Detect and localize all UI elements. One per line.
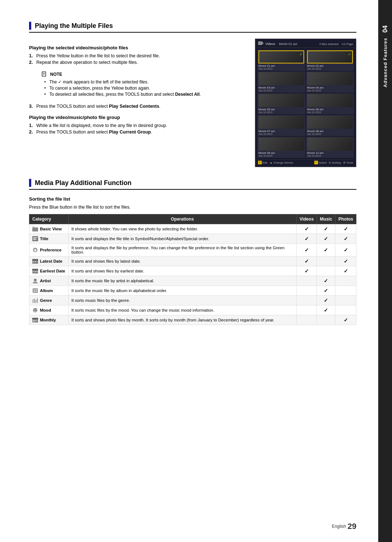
cat-cell-preference: Preference	[29, 244, 69, 256]
svg-rect-30	[34, 299, 35, 303]
page-footer: English 29	[332, 522, 356, 531]
earliestdate-icon	[32, 268, 38, 274]
table-row: Mood It sorts music files by the mood. Y…	[29, 305, 356, 315]
ops-basicview: It shows whole folder. You can view the …	[68, 224, 296, 234]
playing-section: Playing the Multiple Files Playing the s…	[29, 22, 356, 167]
page-container: Playing the Multiple Files Playing the s…	[0, 0, 392, 542]
photos-album	[335, 286, 356, 296]
ops-mood: It sorts music files by the mood. You ca…	[68, 305, 296, 315]
svg-rect-12	[34, 259, 34, 260]
ops-earliestdate: It sorts and shows files by earliest dat…	[68, 266, 296, 276]
cat-monthly-label: Monthly	[40, 318, 56, 322]
table-row: Artist It sorts the music file by artist…	[29, 276, 356, 286]
tv-screenshot: Videos Movie 01.avi 2 files selected 1/1…	[255, 38, 356, 167]
cat-cell-earliestdate: Earliest Date	[29, 266, 69, 276]
svg-rect-42	[35, 320, 36, 321]
tv-footer-edit: E Edit ▲ Change Device	[258, 161, 293, 164]
svg-rect-22	[36, 271, 37, 272]
svg-rect-14	[33, 261, 34, 262]
playing-layout: Playing the selected video/music/photo f…	[29, 38, 356, 167]
tv-date-5: Jan.10.2010	[258, 111, 304, 114]
tv-item-5: Movie 05.avi Jan.10.2010	[257, 93, 305, 114]
side-tab: 04 Advanced Features	[378, 0, 392, 542]
videos-preference: ✓	[297, 244, 317, 256]
svg-rect-17	[32, 269, 38, 270]
edit-btn-label: Edit	[262, 161, 268, 164]
check-2: ✓	[348, 52, 351, 56]
media-heading-bar	[29, 179, 31, 187]
cat-cell-genre: Genre	[29, 296, 69, 305]
tv-name-9: Movie 09.avi	[258, 151, 304, 155]
check-1: ✓	[299, 52, 302, 56]
mood-icon	[32, 308, 38, 313]
cat-cell-mood: Mood	[29, 305, 69, 315]
tv-name-3: Movie 03.avi	[258, 86, 304, 89]
note-label-text: NOTE	[50, 72, 62, 77]
tv-item-10: Movie 12.avi Jan.10.2010	[306, 137, 354, 158]
tv-thumb-7	[258, 116, 304, 129]
ops-album: It sorts the music file by album in alph…	[68, 286, 296, 296]
ops-artist: It sorts the music file by artist in alp…	[68, 276, 296, 286]
tools-label: ⚙ Tools	[343, 161, 353, 164]
cat-title: Title	[32, 236, 65, 241]
tv-item-4: Movie 04.avi Jan.10.2010	[306, 71, 354, 93]
cat-earliestdate-label: Earliest Date	[40, 269, 65, 273]
note-bullet-3-text: To deselect all selected files, press th…	[49, 92, 201, 97]
tv-thumb-10	[307, 137, 353, 151]
playing-section-heading: Playing the Multiple Files	[29, 22, 356, 33]
tv-thumb-9	[258, 137, 304, 151]
latestdate-icon	[32, 259, 38, 264]
note-bullet-3: To deselect all selected files, press th…	[44, 92, 243, 97]
monthly-icon	[32, 317, 38, 323]
tv-item-7: Movie 07.avi Jan.10.2010	[257, 115, 305, 136]
note-bullet-2-text: To cancel a selection, press the Yellow …	[49, 86, 150, 91]
note-bullet-1: The ✓ mark appears to the left of the se…	[44, 79, 243, 85]
genre-icon	[32, 298, 38, 303]
side-tab-label: Advanced Features	[383, 38, 388, 87]
sorting-intro: Press the Blue button in the file list t…	[29, 205, 356, 210]
cat-cell-artist: Artist	[29, 276, 69, 286]
svg-rect-13	[36, 259, 37, 260]
svg-rect-6	[33, 238, 36, 239]
tv-date-6: Jan.10.2010	[307, 111, 353, 114]
col-category: Category	[29, 214, 69, 224]
tv-item-3: Movie 03.avi Jan.10.2010	[257, 71, 305, 93]
tv-name-10: Movie 12.avi	[307, 151, 353, 155]
tv-videos-icon	[258, 41, 264, 46]
ops-preference: It sorts and displays the file by prefer…	[68, 244, 296, 256]
cat-artist-label: Artist	[40, 279, 51, 283]
note-icon	[41, 71, 48, 78]
cat-mood: Mood	[32, 308, 65, 313]
tv-name-8: Movie 08.avi	[307, 130, 353, 133]
table-head: Category Operations Videos Music Photos	[29, 214, 356, 224]
note-bullet-2: To cancel a selection, press the Yellow …	[44, 86, 243, 91]
photos-mood	[335, 305, 356, 315]
sort-table: Category Operations Videos Music Photos	[29, 214, 356, 325]
svg-point-35	[36, 309, 37, 310]
svg-rect-41	[34, 320, 35, 321]
tv-item-2: ✓ Movie 02.avi Jan.10.2010	[306, 50, 354, 71]
table-row: Album It sorts the music file by album i…	[29, 286, 356, 296]
tv-name-5: Movie 05.avi	[258, 108, 304, 111]
svg-rect-44	[33, 321, 34, 322]
steps2-text1: While a file list is displayed, move to …	[36, 123, 167, 128]
photos-monthly: ✓	[335, 315, 356, 325]
step3-item: 3. Press the TOOLS button and select Pla…	[29, 104, 248, 109]
videos-earliestdate: ✓	[297, 266, 317, 276]
tv-thumb-3	[258, 72, 304, 85]
tv-name-4: Movie 04.avi	[307, 86, 353, 89]
col-operations: Operations	[68, 214, 296, 224]
media-play-section: Media Play Additional Function Sorting t…	[29, 179, 356, 325]
cat-cell-monthly: Monthly	[29, 315, 69, 325]
svg-rect-20	[33, 271, 34, 272]
cat-cell-basicview: Basic View	[29, 224, 69, 234]
svg-rect-0	[258, 41, 262, 45]
cat-latestdate-label: Latest Date	[40, 259, 62, 263]
table-row: Monthly It sorts and shows photo files b…	[29, 315, 356, 325]
tv-selected-text: 2 files selected	[319, 42, 339, 46]
svg-rect-39	[36, 317, 37, 319]
note-label: NOTE	[41, 71, 243, 78]
tv-date-10: Jan.10.2010	[307, 155, 353, 157]
check-music: ✓	[324, 226, 328, 232]
svg-rect-15	[35, 261, 36, 262]
